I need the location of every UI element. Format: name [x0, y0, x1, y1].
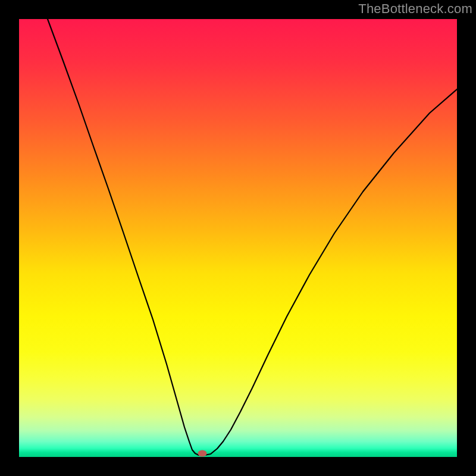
bottleneck-curve [48, 19, 457, 455]
chart-canvas: TheBottleneck.com [0, 0, 476, 476]
curve-svg [19, 19, 457, 457]
minimum-marker [198, 450, 207, 457]
plot-area [19, 19, 457, 457]
watermark-text: TheBottleneck.com [358, 1, 472, 17]
